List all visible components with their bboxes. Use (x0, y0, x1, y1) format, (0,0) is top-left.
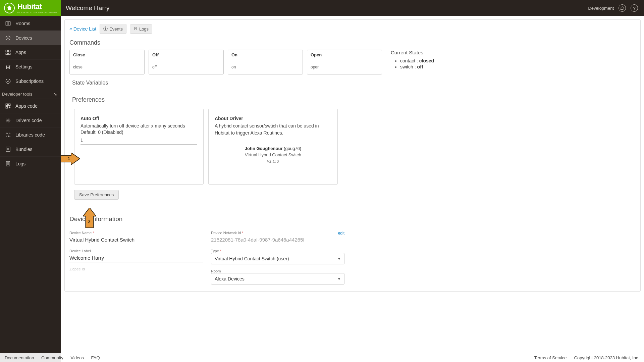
brand-name: Hubitat (17, 3, 58, 10)
command-body: open (307, 60, 382, 74)
svg-line-8 (9, 39, 10, 40)
footer-right: Terms of Service Copyright 2018-2023 Hub… (534, 355, 639, 360)
device-list-link[interactable]: « Device List (69, 26, 96, 32)
field-zigbee-id: Zigbee Id (69, 267, 203, 271)
svg-line-9 (6, 39, 7, 40)
footer-link-documentation[interactable]: Documentation (5, 355, 34, 360)
sidebar-item-settings[interactable]: Settings (0, 59, 61, 74)
footer-left: Documentation Community Videos FAQ (5, 355, 106, 360)
room-select[interactable]: Alexa Devices ▼ (211, 273, 344, 285)
footer-link-terms[interactable]: Terms of Service (534, 355, 567, 360)
footer: Documentation Community Videos FAQ Terms… (0, 353, 644, 362)
apps-code-icon (5, 103, 11, 109)
logs-icon (5, 160, 11, 167)
save-preferences-button[interactable]: Save Preferences (74, 190, 119, 200)
command-open[interactable]: Open open (307, 50, 382, 74)
svg-rect-14 (9, 53, 10, 55)
logo[interactable]: Hubitat ELEVATE YOUR ENVIRONMENT (0, 0, 61, 16)
footer-link-videos[interactable]: Videos (70, 355, 84, 360)
sidebar-item-logs[interactable]: Logs (0, 156, 61, 171)
logs-button[interactable]: Logs (130, 24, 152, 34)
svg-line-10 (9, 36, 10, 37)
auto-off-title: Auto Off (80, 116, 197, 121)
device-info-title: Device Information (69, 210, 636, 226)
footer-link-community[interactable]: Community (41, 355, 63, 360)
field-type: Type * Virtual Hybrid Contact Switch (us… (211, 249, 344, 264)
developer-tools-header[interactable]: Developer tools ⤡ (0, 88, 61, 99)
sidebar-item-label: Apps code (15, 103, 38, 109)
auto-off-default: Default: 0 (Disabled) (80, 130, 197, 135)
about-driver-card: About Driver A hybrid contact sensor/swt… (208, 109, 338, 185)
auto-off-input[interactable] (80, 137, 197, 145)
device-label-input[interactable] (69, 253, 203, 262)
sidebar-item-drivers-code[interactable]: Drivers code (0, 113, 61, 127)
about-driver-name: Virtual Hybrid Contact Switch (215, 152, 331, 157)
collapse-icon[interactable]: ⤡ (54, 92, 57, 97)
svg-rect-0 (6, 22, 8, 25)
dev-mode-label[interactable]: Development (588, 6, 614, 11)
command-off[interactable]: Off off (149, 50, 224, 74)
about-desc: A hybrid contact sensor/swtich that can … (215, 122, 331, 137)
annotation-arrow-2: 2 (83, 208, 96, 228)
sidebar-item-label: Bundles (15, 147, 33, 152)
about-title: About Driver (215, 116, 331, 121)
sidebar-item-rooms[interactable]: Rooms (0, 16, 61, 31)
sidebar-item-subscriptions[interactable]: Subscriptions (0, 74, 61, 88)
edit-network-id-link[interactable]: edit (338, 231, 344, 236)
events-button[interactable]: ⓘ Events (100, 24, 126, 34)
sidebar: Rooms Devices Apps Settings (0, 16, 61, 362)
device-name-input[interactable] (69, 235, 203, 244)
sidebar-item-bundles[interactable]: Bundles (0, 142, 61, 156)
svg-rect-27 (6, 107, 7, 108)
svg-point-18 (8, 67, 9, 68)
author-handle: (goug76) (284, 146, 301, 151)
type-value: Virtual Hybrid Contact Switch (user) (215, 256, 289, 261)
device-name-label: Device Name * (69, 231, 203, 235)
sidebar-item-label: Apps (15, 50, 26, 55)
topbar: Hubitat ELEVATE YOUR ENVIRONMENT Welcome… (0, 0, 644, 16)
command-header: On (228, 50, 303, 60)
sidebar-item-devices[interactable]: Devices (0, 31, 61, 45)
about-version: v1.0.0 (215, 159, 331, 164)
sidebar-item-libraries-code[interactable]: Libraries code (0, 127, 61, 142)
hubitat-logo-icon (4, 3, 15, 13)
auto-off-card: Auto Off Automatically turn off device a… (74, 109, 204, 185)
sidebar-item-apps[interactable]: Apps (0, 45, 61, 59)
state-variables-title: State Variables (69, 74, 636, 86)
commands-row: Close close Off off On on Open open (69, 50, 636, 74)
room-value: Alexa Devices (215, 276, 245, 281)
commands-title: Commands (69, 39, 636, 46)
svg-point-24 (6, 79, 10, 84)
device-label-label: Device Label (69, 249, 203, 253)
svg-text:2: 2 (88, 219, 90, 224)
room-label: Room (211, 269, 344, 273)
device-panel: 1 2 « Device List ⓘ Events Logs (64, 19, 641, 292)
svg-rect-1 (8, 22, 10, 25)
about-author: John Goughenour (goug76) (215, 146, 331, 151)
command-on[interactable]: On on (228, 50, 303, 74)
field-room: Room Alexa Devices ▼ (211, 269, 344, 285)
svg-marker-37 (61, 153, 80, 165)
sidebar-item-apps-code[interactable]: Apps code (0, 99, 61, 113)
apps-icon (5, 49, 11, 56)
footer-link-faq[interactable]: FAQ (91, 355, 100, 360)
sidebar-item-label: Settings (15, 64, 33, 69)
network-id-label: Device Network Id * (211, 231, 344, 235)
page-title: Welcome Harry (61, 4, 110, 12)
svg-rect-26 (9, 104, 10, 105)
rooms-icon (5, 20, 11, 27)
svg-rect-25 (6, 104, 7, 105)
topbar-right: Development ? (588, 4, 644, 12)
device-info-form: Device Name * Device Label Zigbee Id edi… (69, 226, 636, 285)
comment-icon[interactable] (619, 4, 626, 12)
help-icon[interactable]: ? (631, 4, 638, 12)
preferences-cards: Auto Off Automatically turn off device a… (69, 109, 636, 185)
svg-point-28 (7, 120, 9, 121)
command-close[interactable]: Close close (69, 50, 145, 74)
svg-point-15 (6, 65, 7, 66)
network-id-input (211, 235, 344, 244)
state-switch: switch : off (400, 64, 458, 69)
type-select[interactable]: Virtual Hybrid Contact Switch (user) ▼ (211, 253, 344, 264)
devices-icon (5, 35, 11, 41)
field-device-label: Device Label (69, 249, 203, 262)
